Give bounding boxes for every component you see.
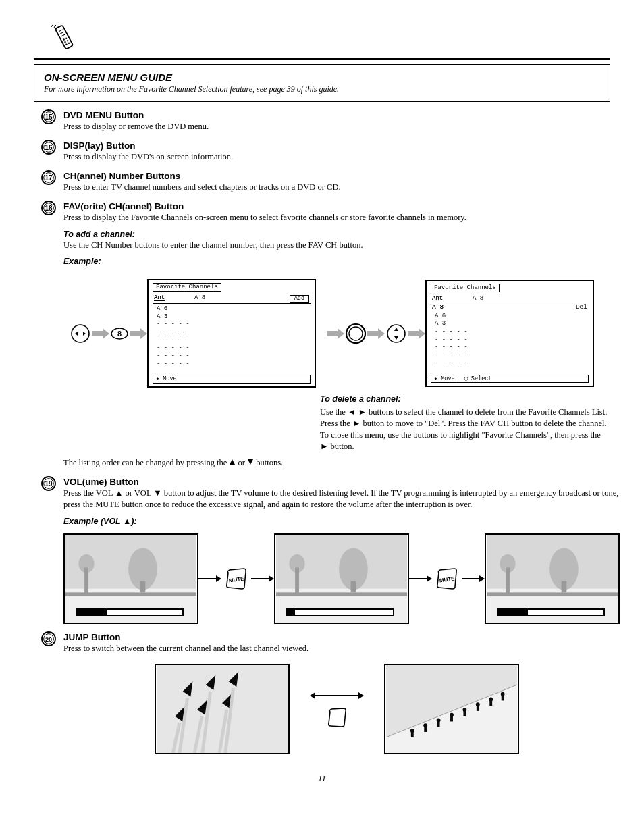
arrow-right-icon xyxy=(130,328,147,340)
fav-list-before: A 6A 3- - - - -- - - - -- - - - -- - - -… xyxy=(157,305,311,369)
svg-marker-62 xyxy=(427,575,432,582)
screen-title: Favorite Channels xyxy=(153,283,221,292)
item-desc: Press to switch between the current chan… xyxy=(63,643,610,654)
circled-number-20: 20 xyxy=(41,631,57,647)
example-label: Example (VOL ▲): xyxy=(63,517,137,526)
dpad-ud-icon xyxy=(385,322,408,345)
item-title: DISP(lay) Button xyxy=(63,140,136,151)
arrow-right-icon xyxy=(327,328,344,340)
item-20: 20 JUMP Button Press to switch between t… xyxy=(34,631,610,754)
add-channel-desc: Use the CH Number buttons to enter the c… xyxy=(63,240,610,251)
circled-number-15: 15 xyxy=(41,109,57,125)
listing-order-note: The listing order can be changed by pres… xyxy=(63,458,283,467)
svg-point-33 xyxy=(387,325,405,342)
number-8-button: 8 xyxy=(109,327,130,340)
mute-diagram: MUTE MUTE xyxy=(63,533,620,624)
favch-diagram: 8 Favorite Channels Ant A 8 Add A 6A 3- … xyxy=(63,279,610,388)
ch-value: A 8 xyxy=(194,295,290,303)
up-triangle-icon xyxy=(229,459,236,465)
svg-text:18: 18 xyxy=(45,205,53,212)
delete-channel-desc: Use the ◄ ► buttons to select the channe… xyxy=(320,407,610,452)
arrow-right-icon xyxy=(92,328,109,340)
divider xyxy=(34,58,610,60)
snow-image-2 xyxy=(274,533,409,624)
move-label: Move xyxy=(163,375,176,382)
arrow-right-icon xyxy=(198,575,221,583)
favch-screen-after: Favorite Channels Ant A 8 A 8 Del A 6A 3… xyxy=(425,280,594,387)
svg-point-22 xyxy=(72,325,89,342)
svg-rect-0 xyxy=(55,25,74,49)
item-19: 19 VOL(ume) Button Press the VOL ▲ or VO… xyxy=(34,475,610,624)
item-16: 16 DISP(lay) Button Press to display the… xyxy=(34,139,610,163)
svg-marker-38 xyxy=(248,459,253,465)
svg-text:20: 20 xyxy=(45,636,52,643)
circled-number-18: 18 xyxy=(41,200,57,216)
item-desc: Press the VOL ▲ or VOL ▼ button to adjus… xyxy=(63,488,620,511)
move-label: Move xyxy=(441,375,454,382)
svg-rect-48 xyxy=(84,568,88,594)
select-label: Select xyxy=(471,375,492,382)
delete-channel-label: To delete a channel: xyxy=(320,394,610,404)
arrow-right-icon xyxy=(408,328,425,340)
arrow-right-icon xyxy=(462,575,485,583)
dpad-lr-icon xyxy=(69,322,92,345)
svg-marker-23 xyxy=(75,332,78,336)
svg-rect-110 xyxy=(502,694,504,701)
guide-text: For more information on the Favorite Cha… xyxy=(44,84,600,95)
circled-number-17: 17 xyxy=(41,170,57,186)
svg-text:15: 15 xyxy=(45,113,53,121)
arrow-right-icon xyxy=(251,575,274,583)
item-title: DVD MENU Button xyxy=(63,110,144,120)
remote-icon xyxy=(47,20,81,54)
mute-button-icon: MUTE xyxy=(224,567,248,591)
jump-button-icon xyxy=(325,706,348,729)
svg-marker-37 xyxy=(230,459,235,465)
page-number: 11 xyxy=(34,773,610,784)
svg-marker-53 xyxy=(269,575,274,582)
favch-screen-before: Favorite Channels Ant A 8 Add A 6A 3- - … xyxy=(147,279,316,388)
svg-marker-65 xyxy=(479,575,485,582)
svg-rect-106 xyxy=(477,704,479,711)
svg-rect-69 xyxy=(562,581,567,592)
item-title: JUMP Button xyxy=(63,632,121,642)
svg-marker-90 xyxy=(310,692,315,699)
ant-label: Ant xyxy=(154,295,194,303)
svg-text:8: 8 xyxy=(117,330,122,338)
svg-rect-57 xyxy=(351,581,356,592)
svg-marker-50 xyxy=(216,575,221,582)
circled-number-16: 16 xyxy=(41,139,57,155)
ch-value: A 8 xyxy=(473,296,530,302)
svg-rect-98 xyxy=(424,725,427,732)
svg-point-31 xyxy=(349,327,363,340)
item-desc: Press to display the DVD's on-screen inf… xyxy=(63,151,610,163)
svg-marker-36 xyxy=(408,328,425,339)
svg-rect-108 xyxy=(489,699,492,706)
svg-text:19: 19 xyxy=(45,480,53,488)
svg-text:17: 17 xyxy=(45,174,53,182)
jets-image xyxy=(155,664,290,754)
svg-marker-29 xyxy=(327,328,344,339)
example-label: Example: xyxy=(63,257,101,266)
fav-list-after: A 6A 3- - - - -- - - - -- - - - -- - - -… xyxy=(435,313,589,368)
svg-marker-35 xyxy=(394,336,398,340)
svg-marker-32 xyxy=(367,328,385,339)
guide-title: ON-SCREEN MENU GUIDE xyxy=(44,72,600,83)
mute-button-icon: MUTE xyxy=(435,567,459,591)
snow-image-3 xyxy=(485,533,620,624)
favch-button-icon xyxy=(344,322,367,345)
arrow-right-icon xyxy=(367,328,385,340)
del-box: Del xyxy=(576,304,587,311)
circled-number-19: 19 xyxy=(41,475,57,492)
item-desc: Press to enter TV channel numbers and se… xyxy=(63,182,610,193)
add-box: Add xyxy=(290,295,309,303)
svg-rect-60 xyxy=(295,568,299,594)
svg-rect-100 xyxy=(437,720,440,727)
svg-marker-91 xyxy=(358,692,364,699)
svg-rect-102 xyxy=(450,715,453,722)
item-18: 18 FAV(orite) CH(annel) Button Press to … xyxy=(34,200,610,469)
ant-label: Ant xyxy=(432,296,473,302)
svg-rect-104 xyxy=(463,710,466,716)
item-17: 17 CH(annel) Number Buttons Press to ent… xyxy=(34,170,610,193)
add-channel-label: To add a channel: xyxy=(63,230,135,239)
item-title: FAV(orite) CH(annel) Button xyxy=(63,201,184,211)
